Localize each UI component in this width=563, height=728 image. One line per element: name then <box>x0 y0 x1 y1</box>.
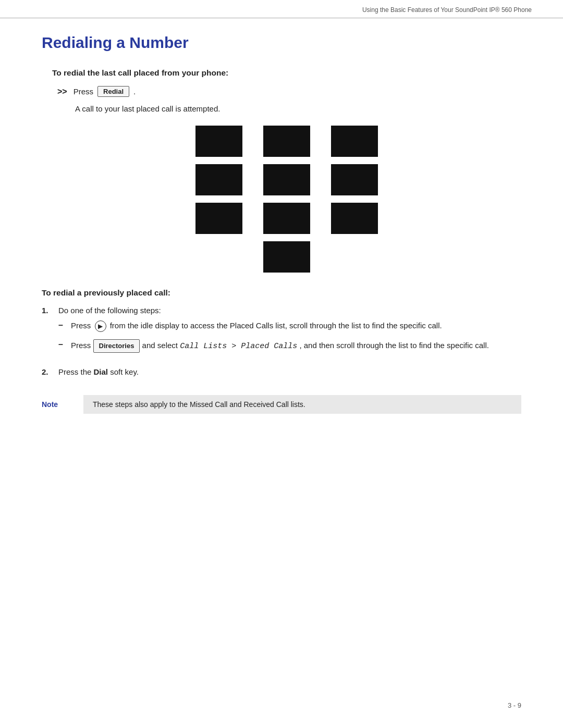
page-title: Redialing a Number <box>42 34 521 52</box>
step2-label: 2. <box>42 367 53 376</box>
step2: 2. Press the Dial soft key. <box>42 367 521 376</box>
key-block-6 <box>331 164 378 195</box>
note-label: Note <box>42 395 83 414</box>
key-block-10 <box>263 241 310 273</box>
step2-text1: Press the <box>58 367 94 376</box>
result-text: A call to your last placed call is attem… <box>75 104 521 113</box>
dash1-description: from the idle display to access the Plac… <box>110 321 442 330</box>
step2-dial: Dial <box>94 367 108 376</box>
dash2-and-select: and select <box>142 341 180 350</box>
keypad-row-3 <box>195 203 378 234</box>
key-block-5 <box>263 164 310 195</box>
section1: To redial the last call placed from your… <box>52 68 521 273</box>
directories-key-button: Directories <box>93 339 140 353</box>
page-content: Redialing a Number To redial the last ca… <box>0 18 563 445</box>
step1: 1. Do one of the following steps: – Pres… <box>42 306 521 353</box>
period: . <box>133 87 136 96</box>
dash-item-1: – Press ▶ from the idle display to acces… <box>58 320 489 332</box>
key-block-1 <box>195 126 242 157</box>
step1-body: Do one of the following steps: – Press ▶… <box>58 306 489 353</box>
key-block-2 <box>263 126 310 157</box>
key-block-8 <box>263 203 310 234</box>
key-block-7 <box>195 203 242 234</box>
note-box: Note These steps also apply to the Misse… <box>42 395 521 414</box>
page-header: Using the Basic Features of Your SoundPo… <box>0 0 563 18</box>
double-arrow-icon: >> <box>57 87 67 96</box>
step2-body: Press the Dial soft key. <box>58 367 139 376</box>
keypad-row-1 <box>195 126 378 157</box>
press-row: >> Press Redial . <box>57 86 521 97</box>
section2: To redial a previously placed call: 1. D… <box>42 288 521 414</box>
redial-key-button: Redial <box>97 86 129 97</box>
phone-keypad-image <box>52 126 521 273</box>
dash2-press: Press <box>71 341 93 350</box>
note-content: These steps also apply to the Missed Cal… <box>83 395 521 414</box>
dash-list: – Press ▶ from the idle display to acces… <box>58 320 489 353</box>
press-label: Press <box>74 87 93 96</box>
key-block-3 <box>331 126 378 157</box>
step1-label: 1. <box>42 306 53 353</box>
section2-heading: To redial a previously placed call: <box>42 288 521 298</box>
dash2-then: , and then scroll through the list to fi… <box>299 341 489 350</box>
dash-symbol-2: – <box>58 340 66 349</box>
dash1-text: Press ▶ from the idle display to access … <box>71 320 442 332</box>
header-text: Using the Basic Features of Your SoundPo… <box>362 6 532 14</box>
page-number: 3 - 9 <box>508 701 521 709</box>
dash-symbol-1: – <box>58 320 66 330</box>
step2-text2: soft key. <box>108 367 139 376</box>
key-block-4 <box>195 164 242 195</box>
dash-item-2: – Press Directories and select Call List… <box>58 339 489 353</box>
keypad-row-4 <box>263 241 310 273</box>
section1-heading: To redial the last call placed from your… <box>52 68 521 78</box>
dash1-press: Press <box>71 321 93 330</box>
dash2-text: Press Directories and select Call Lists … <box>71 339 489 353</box>
keypad-row-2 <box>195 164 378 195</box>
step1-text: Do one of the following steps: <box>58 306 161 315</box>
key-block-9 <box>331 203 378 234</box>
nav-right-icon: ▶ <box>95 320 106 332</box>
dash2-call-lists: Call Lists > Placed Calls <box>180 342 297 351</box>
